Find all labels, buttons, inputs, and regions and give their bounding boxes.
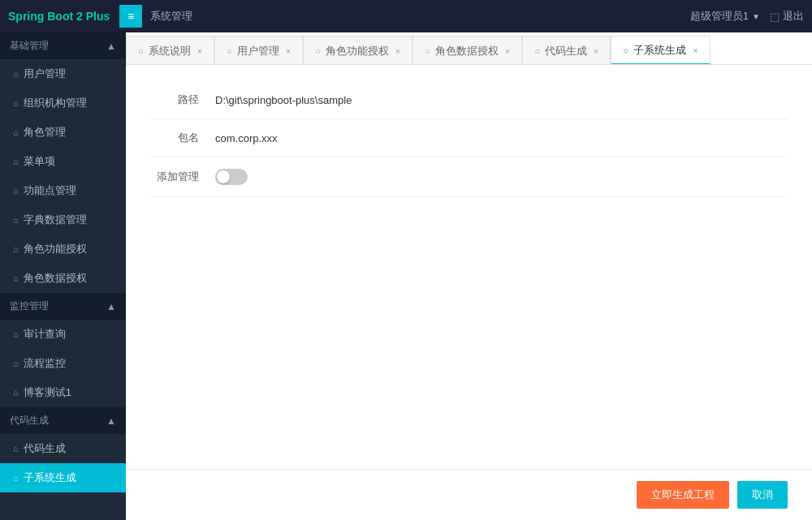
- sidebar-item-dict-management[interactable]: ⌂ 字典数据管理: [0, 205, 126, 234]
- home-icon: ⌂: [13, 388, 19, 398]
- tab-role-func-auth[interactable]: ○ 角色功能授权 ×: [303, 36, 412, 65]
- sidebar-item-dict-management-label: 字典数据管理: [24, 213, 87, 227]
- home-icon: ⌂: [13, 69, 19, 79]
- tabs-bar: ○ 系统说明 × ○ 用户管理 × ○ 角色功能授权 × ○ 角色数据授权 × …: [126, 32, 812, 65]
- tab-label-codegen: 代码生成: [545, 44, 587, 58]
- tab-role-data-auth[interactable]: ○ 角色数据授权 ×: [412, 36, 522, 65]
- sidebar-item-user-management[interactable]: ⌂ 用户管理: [0, 59, 126, 88]
- sidebar-group-basic: 基础管理 ▲: [0, 32, 126, 59]
- home-icon: ⌂: [13, 127, 19, 137]
- sidebar-item-role-func-auth[interactable]: ⌂ 角色功能授权: [0, 234, 126, 264]
- generate-button[interactable]: 立即生成工程: [637, 481, 729, 509]
- sidebar-item-blog-test-label: 博客测试1: [24, 385, 71, 400]
- sidebar-item-func-management-label: 功能点管理: [24, 183, 76, 198]
- sidebar-item-role-management[interactable]: ⌂ 角色管理: [0, 118, 126, 147]
- tab-label-user-management: 用户管理: [237, 44, 279, 58]
- form-label-add-management: 添加管理: [150, 170, 215, 184]
- tab-close-codegen[interactable]: ×: [594, 46, 598, 56]
- top-header: Spring Boot 2 Plus ≡ 系统管理 超级管理员1 ▼ ⬚ 退出: [0, 0, 812, 32]
- sidebar: 基础管理 ▲ ⌂ 用户管理 ⌂ 组织机构管理 ⌂ 角色管理 ⌂ 菜单项 ⌂ 功能…: [0, 32, 126, 520]
- home-icon: ⌂: [13, 473, 19, 483]
- home-icon: ⌂: [13, 157, 19, 166]
- toggle-add-management[interactable]: [215, 169, 248, 185]
- sidebar-item-audit[interactable]: ⌂ 审计查询: [0, 320, 126, 349]
- sidebar-item-codegen[interactable]: ⌂ 代码生成: [0, 434, 126, 463]
- tab-label-role-data-auth: 角色数据授权: [435, 44, 499, 58]
- sidebar-group-monitor-label: 监控管理: [10, 299, 49, 313]
- form-label-path: 路径: [150, 92, 215, 107]
- tab-icon-role-data-auth: ○: [425, 46, 430, 56]
- sidebar-group-monitor: 监控管理 ▲: [0, 293, 126, 320]
- sidebar-item-role-data-auth[interactable]: ⌂ 角色数据授权: [0, 264, 126, 293]
- logout-label: 退出: [783, 9, 804, 24]
- header-section-label: 系统管理: [150, 9, 192, 24]
- home-icon: ⌂: [13, 215, 19, 225]
- sidebar-item-user-management-label: 用户管理: [24, 67, 66, 81]
- tab-user-management[interactable]: ○ 用户管理 ×: [214, 36, 303, 65]
- tab-label-subsystem-gen: 子系统生成: [633, 43, 686, 58]
- form-row-path: 路径: [150, 81, 788, 119]
- collapse-icon[interactable]: ▲: [106, 41, 116, 52]
- sidebar-group-basic-label: 基础管理: [10, 39, 49, 53]
- cancel-button[interactable]: 取消: [737, 481, 788, 509]
- tab-icon-system-intro: ○: [138, 46, 144, 56]
- collapse-icon-monitor[interactable]: ▲: [106, 301, 116, 312]
- user-name: 超级管理员1: [690, 9, 749, 24]
- sidebar-item-audit-label: 审计查询: [24, 327, 66, 342]
- sidebar-item-subsystem-gen-label: 子系统生成: [24, 471, 76, 485]
- footer-bar: 立即生成工程 取消: [126, 469, 812, 520]
- home-icon: ⌂: [13, 329, 19, 339]
- form-container: 路径 包名 添加管理: [126, 65, 812, 469]
- tab-close-system-intro[interactable]: ×: [197, 46, 202, 56]
- tab-icon-subsystem-gen: ○: [623, 45, 628, 55]
- tab-close-subsystem-gen[interactable]: ×: [693, 45, 698, 55]
- tab-icon-role-func-auth: ○: [315, 46, 321, 56]
- home-icon: ⌂: [13, 186, 19, 196]
- form-row-add-management: 添加管理: [150, 157, 788, 197]
- menu-toggle-button[interactable]: ≡: [119, 5, 142, 28]
- logout-button[interactable]: ⬚ 退出: [770, 9, 804, 24]
- home-icon: ⌂: [13, 98, 19, 108]
- main-layout: 基础管理 ▲ ⌂ 用户管理 ⌂ 组织机构管理 ⌂ 角色管理 ⌂ 菜单项 ⌂ 功能…: [0, 32, 812, 520]
- sidebar-item-process-monitor[interactable]: ⌂ 流程监控: [0, 349, 126, 378]
- home-icon: ⌂: [13, 273, 19, 283]
- tab-close-user-management[interactable]: ×: [286, 46, 291, 56]
- tab-close-role-func-auth[interactable]: ×: [395, 46, 400, 56]
- tab-icon-user-management: ○: [227, 46, 232, 56]
- sidebar-item-func-management[interactable]: ⌂ 功能点管理: [0, 176, 126, 205]
- form-spacer: [150, 197, 788, 440]
- sidebar-group-codegen: 代码生成 ▲: [0, 407, 126, 434]
- content-area: ○ 系统说明 × ○ 用户管理 × ○ 角色功能授权 × ○ 角色数据授权 × …: [126, 32, 812, 520]
- form-input-package[interactable]: [215, 132, 788, 144]
- sidebar-group-codegen-label: 代码生成: [10, 414, 49, 428]
- app-title: Spring Boot 2 Plus: [8, 10, 110, 23]
- tab-close-role-data-auth[interactable]: ×: [505, 46, 510, 56]
- user-info[interactable]: 超级管理员1 ▼: [690, 9, 760, 24]
- chevron-down-icon: ▼: [752, 12, 760, 21]
- home-icon: ⌂: [13, 359, 19, 368]
- form-input-path[interactable]: [215, 94, 788, 106]
- form-row-package: 包名: [150, 119, 788, 157]
- tab-label-role-func-auth: 角色功能授权: [326, 44, 389, 58]
- tab-subsystem-gen[interactable]: ○ 子系统生成 ×: [611, 36, 710, 65]
- sidebar-item-role-management-label: 角色管理: [24, 125, 66, 140]
- logout-icon: ⬚: [770, 11, 780, 23]
- sidebar-item-menu-label: 菜单项: [24, 154, 55, 169]
- sidebar-item-role-data-auth-label: 角色数据授权: [24, 271, 87, 286]
- sidebar-item-menu[interactable]: ⌂ 菜单项: [0, 147, 126, 176]
- toggle-track: [215, 169, 248, 185]
- header-right: 超级管理员1 ▼ ⬚ 退出: [690, 9, 804, 24]
- sidebar-item-codegen-label: 代码生成: [24, 441, 66, 456]
- sidebar-item-org-management-label: 组织机构管理: [24, 96, 87, 110]
- tab-label-system-intro: 系统说明: [149, 44, 191, 58]
- tab-system-intro[interactable]: ○ 系统说明 ×: [126, 36, 214, 65]
- tab-codegen[interactable]: ○ 代码生成 ×: [522, 36, 611, 65]
- sidebar-item-subsystem-gen[interactable]: ⌂ 子系统生成: [0, 463, 126, 492]
- home-icon: ⌂: [13, 444, 19, 453]
- sidebar-item-org-management[interactable]: ⌂ 组织机构管理: [0, 88, 126, 118]
- collapse-icon-codegen[interactable]: ▲: [106, 415, 116, 427]
- tab-icon-codegen: ○: [534, 46, 540, 56]
- sidebar-item-blog-test[interactable]: ⌂ 博客测试1: [0, 378, 126, 407]
- form-label-package: 包名: [150, 131, 215, 145]
- toggle-thumb: [217, 170, 230, 183]
